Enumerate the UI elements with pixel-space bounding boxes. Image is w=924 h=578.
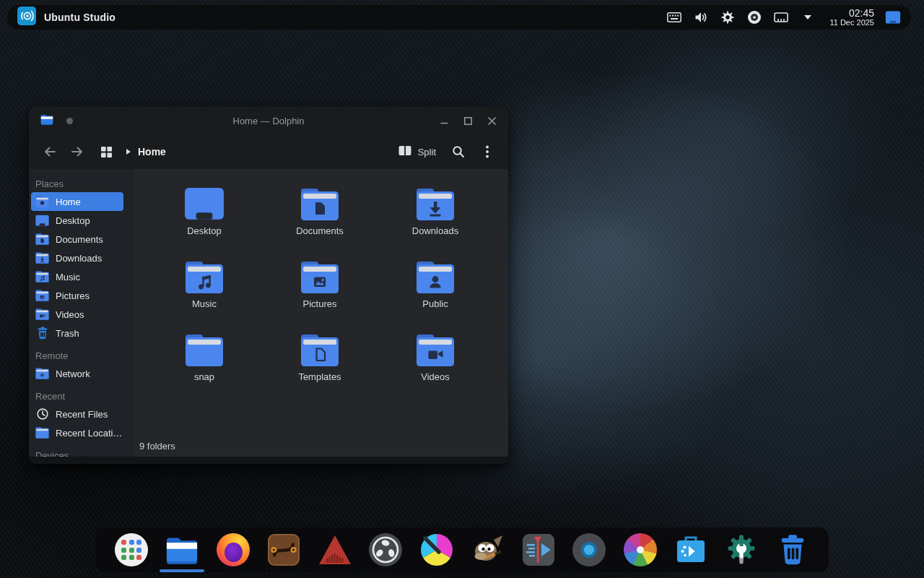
sidebar-item-downloads[interactable]: Downloads xyxy=(31,249,123,267)
folder-home-icon xyxy=(35,196,49,207)
sidebar-section-header: Remote xyxy=(31,347,134,364)
file-label: Music xyxy=(192,298,217,309)
dock-gear-wrench-icon[interactable] xyxy=(724,532,759,567)
split-button[interactable]: Split xyxy=(393,140,440,163)
clock-icon xyxy=(35,407,49,420)
tray-ethernet-icon[interactable] xyxy=(773,9,789,26)
ubuntu-studio-logo-icon xyxy=(17,7,36,28)
hamburger-menu-button[interactable] xyxy=(476,140,498,163)
file-item-downloads[interactable]: Downloads xyxy=(378,179,493,252)
breadcrumb-home[interactable]: Home xyxy=(138,146,166,158)
sidebar-item-network[interactable]: Network xyxy=(31,364,123,383)
maximize-button[interactable] xyxy=(463,116,473,126)
search-button[interactable] xyxy=(448,140,469,163)
sidebar-item-label: Pictures xyxy=(56,290,90,301)
window-bottom-edge xyxy=(29,457,508,464)
file-label: Templates xyxy=(298,371,341,382)
sidebar-item-music[interactable]: Music xyxy=(31,267,123,286)
sidebar-item-label: Music xyxy=(56,272,80,282)
icons-view-button[interactable] xyxy=(95,140,117,163)
places-panel: PlacesHomeDesktopDocumentsDownloadsMusic… xyxy=(29,169,134,457)
sidebar-item-label: Recent Locati… xyxy=(56,428,123,439)
file-item-public[interactable]: Public xyxy=(378,252,493,325)
sidebar-item-recent-files[interactable]: Recent Files xyxy=(31,405,123,423)
forward-button[interactable] xyxy=(66,140,88,163)
file-item-music[interactable]: Music xyxy=(147,252,262,325)
folder-pictures-icon xyxy=(35,290,49,301)
folder-network-icon xyxy=(35,368,49,379)
sidebar-item-label: Downloads xyxy=(56,253,102,264)
dock-app-launcher-icon[interactable] xyxy=(114,532,149,567)
dolphin-folder-icon xyxy=(40,113,53,128)
tray-volume-icon[interactable] xyxy=(693,9,709,26)
tray-chevron-down-icon[interactable] xyxy=(800,9,816,26)
back-button[interactable] xyxy=(39,140,61,163)
folder-downloads-icon xyxy=(35,252,49,264)
sidebar-section-header: Devices xyxy=(31,447,134,457)
close-button[interactable] xyxy=(487,116,497,126)
status-bar: 9 folders xyxy=(134,435,508,457)
top-panel: Ubuntu Studio 02:45 11 Dec 2025 xyxy=(7,5,911,30)
dolphin-window: Home — Dolphin Home Split PlacesHomeDesk… xyxy=(29,107,508,464)
file-label: Pictures xyxy=(303,298,337,309)
status-text: 9 folders xyxy=(139,441,175,452)
dock-krita-icon[interactable] xyxy=(419,532,454,567)
folder-music-icon xyxy=(35,271,49,282)
dock-digikam-icon[interactable] xyxy=(623,532,658,567)
breadcrumb[interactable]: Home xyxy=(126,145,166,158)
folder-documents-icon xyxy=(300,179,339,221)
file-item-pictures[interactable]: Pictures xyxy=(262,252,378,325)
folder-plain-icon xyxy=(185,325,224,367)
folder-videos-icon xyxy=(416,325,455,367)
sidebar-item-desktop[interactable]: Desktop xyxy=(31,211,123,230)
dock xyxy=(95,527,829,572)
file-label: Documents xyxy=(296,225,344,236)
titlebar-pin-icon[interactable] xyxy=(66,118,73,124)
file-item-templates[interactable]: Templates xyxy=(262,325,378,398)
toolbar: Home Split xyxy=(29,134,508,169)
user-desktop-icon xyxy=(184,179,225,221)
panel-clock[interactable]: 02:45 11 Dec 2025 xyxy=(829,8,874,27)
split-label: Split xyxy=(418,147,436,158)
dock-firefox-icon[interactable] xyxy=(216,532,250,567)
dock-dolphin-icon[interactable] xyxy=(165,532,199,567)
file-label: Public xyxy=(422,298,448,309)
minimize-button[interactable] xyxy=(439,116,449,126)
sidebar-item-label: Documents xyxy=(56,234,103,245)
tray-settings-gear-icon[interactable] xyxy=(720,9,736,26)
dock-carla-patchbay-icon[interactable] xyxy=(266,532,301,567)
sidebar-item-label: Home xyxy=(56,197,81,207)
split-view-icon xyxy=(398,144,412,160)
folder-view: DesktopDocumentsDownloadsMusicPicturesPu… xyxy=(134,169,508,457)
dock-kdenlive-icon[interactable] xyxy=(521,532,556,567)
clock-time: 02:45 xyxy=(829,8,874,19)
folder-templates-icon xyxy=(300,325,339,367)
dock-discover-icon[interactable] xyxy=(674,532,708,567)
sidebar-item-recent-locati[interactable]: Recent Locati… xyxy=(31,423,123,442)
file-grid: DesktopDocumentsDownloadsMusicPicturesPu… xyxy=(134,169,508,435)
file-item-desktop[interactable]: Desktop xyxy=(147,179,262,252)
dock-gimp-icon[interactable] xyxy=(470,532,505,567)
sidebar-item-pictures[interactable]: Pictures xyxy=(31,286,123,305)
dock-ardour-icon[interactable] xyxy=(318,532,352,567)
active-task-indicator xyxy=(160,569,204,572)
folder-music-icon xyxy=(185,252,224,294)
sidebar-item-videos[interactable]: Videos xyxy=(31,305,123,324)
sidebar-item-documents[interactable]: Documents xyxy=(31,230,123,249)
tray-record-icon[interactable] xyxy=(746,9,762,26)
file-item-videos[interactable]: Videos xyxy=(378,325,493,398)
file-item-snap[interactable]: snap xyxy=(147,325,262,398)
virtual-desktop-pager[interactable] xyxy=(885,9,901,26)
file-label: Videos xyxy=(421,371,450,382)
sidebar-item-trash[interactable]: Trash xyxy=(31,324,123,342)
sidebar-item-label: Desktop xyxy=(56,215,90,226)
sidebar-item-home[interactable]: Home xyxy=(31,192,123,211)
folder-public-icon xyxy=(416,252,455,294)
tray-keyboard-icon[interactable] xyxy=(666,9,682,26)
file-item-documents[interactable]: Documents xyxy=(262,179,378,252)
dock-obs-studio-icon[interactable] xyxy=(368,532,403,567)
folder-pictures-icon xyxy=(300,252,339,294)
dock-camera-lens-icon[interactable] xyxy=(572,532,606,567)
titlebar[interactable]: Home — Dolphin xyxy=(29,107,508,134)
dock-trash-icon[interactable] xyxy=(775,532,810,567)
